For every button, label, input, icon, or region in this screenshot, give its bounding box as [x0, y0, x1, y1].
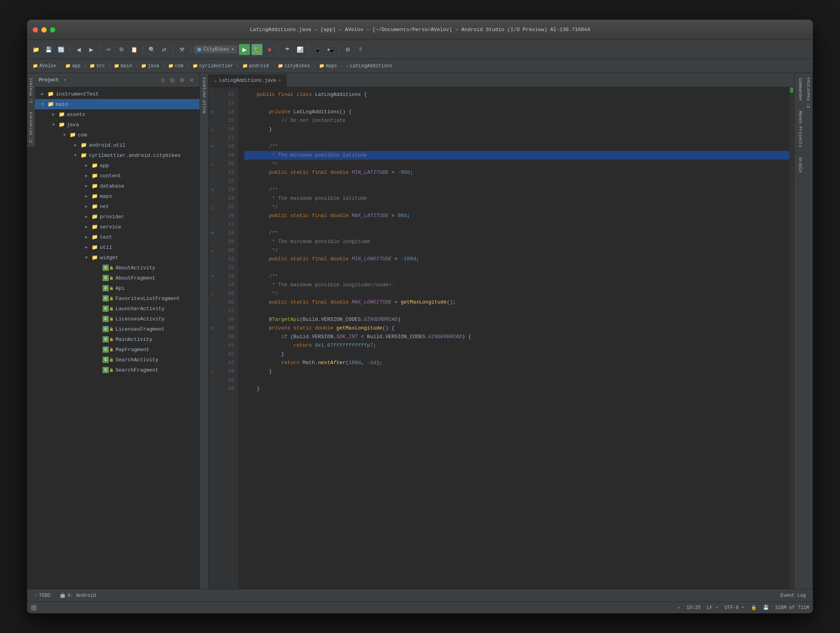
tree-item-android-util[interactable]: ▶ 📁 android.util: [35, 140, 200, 150]
gradle-tab[interactable]: Gradle: [794, 153, 804, 178]
breadcrumb-latlngadditions[interactable]: ☕ LatLngAdditions: [345, 63, 394, 70]
gutter-20[interactable]: △: [209, 160, 216, 168]
panel-hide-btn[interactable]: ✕: [188, 76, 196, 84]
panel-target-btn[interactable]: ⊙: [159, 76, 167, 84]
cut-button[interactable]: ✂: [103, 44, 114, 55]
gutter-33[interactable]: ▽: [209, 272, 216, 281]
tree-item-searchfragment[interactable]: C 🔒 SearchFragment: [35, 365, 200, 375]
breadcrumb-citybikes[interactable]: 📁 citybikes: [276, 63, 312, 70]
tree-item-net[interactable]: ▶ 📁 net: [35, 201, 200, 212]
tree-item-instrumenttest[interactable]: ▶ 📁 instrumentTest: [35, 89, 200, 99]
copy-button[interactable]: ⧉: [116, 44, 127, 55]
tree-item-java[interactable]: ▼ 📁 java: [35, 120, 200, 130]
gutter-14[interactable]: ▽: [209, 108, 216, 116]
event-log-tab[interactable]: Event Log: [776, 591, 810, 601]
code-line-41: return 0x1.67fffffffffffp7;: [244, 341, 789, 350]
editor-tab-latlngadditions[interactable]: ☕ LatLngAdditions.java ×: [209, 74, 287, 87]
breadcrumb-maps[interactable]: 📁 maps: [317, 63, 339, 70]
tree-item-com[interactable]: ▼ 📁 com: [35, 130, 200, 140]
save-button[interactable]: 💾: [43, 44, 54, 55]
editor-scrollbar[interactable]: [789, 87, 794, 589]
gutter-18[interactable]: ▽: [209, 142, 216, 151]
tree-item-provider[interactable]: ▶ 📁 provider: [35, 212, 200, 222]
tree-item-mapfragment[interactable]: C 🔒 MapFragment: [35, 344, 200, 355]
breadcrumb-src[interactable]: 📁 src: [88, 63, 106, 70]
breadcrumb-app[interactable]: 📁 app: [64, 63, 82, 70]
tab-close-button[interactable]: ×: [278, 78, 281, 83]
tree-item-licensesfragment[interactable]: C 🔒 LicensesFragment: [35, 324, 200, 334]
maven-projects-tab[interactable]: Maven Projects: [794, 106, 804, 152]
find-button[interactable]: 🔍: [146, 44, 157, 55]
stop-button[interactable]: ■: [264, 44, 275, 55]
coverage-button[interactable]: ☂: [282, 44, 293, 55]
code-area: ▽ △ ▽ △ ▽ △ ▽ △: [209, 87, 794, 589]
panel-dropdown[interactable]: ▾: [63, 77, 66, 83]
breadcrumb-com[interactable]: 📁 com: [167, 63, 185, 70]
breadcrumb-main[interactable]: 📁 main: [112, 63, 134, 70]
code-line-43: return Math.nextAfter(180d, -1d);: [244, 359, 789, 367]
tree-item-favoriteslistfragment[interactable]: C 🔒 FavoritesListFragment: [35, 293, 200, 304]
tree-item-api[interactable]: C 🔒 Api: [35, 283, 200, 293]
commander-tab[interactable]: Commander: [794, 73, 804, 106]
gutter-23[interactable]: ▽: [209, 186, 216, 194]
gutter-30[interactable]: △: [209, 246, 216, 255]
tree-item-aboutactivity[interactable]: C 🔒 AboutActivity: [35, 263, 200, 273]
project-tab[interactable]: 1: Project: [27, 73, 35, 107]
gutter-39[interactable]: ▽: [209, 324, 216, 333]
gutter-44[interactable]: △: [209, 367, 216, 376]
tree-item-util[interactable]: ▶ 📁 util: [35, 242, 200, 252]
maximize-button[interactable]: [50, 27, 55, 33]
gutter-28[interactable]: ▽: [209, 229, 216, 237]
tree-item-aboutfragment[interactable]: C 🔒 AboutFragment: [35, 273, 200, 283]
tree-item-launcheractivity[interactable]: C 🔒 LauncherActivity: [35, 304, 200, 314]
tree-item-licensesactivity[interactable]: C 🔒 LicensesActivity: [35, 314, 200, 324]
tree-item-content[interactable]: ▶ 📁 content: [35, 171, 200, 181]
android-tab[interactable]: 🤖 6: Android: [56, 591, 100, 601]
folder-icon: 📁: [92, 203, 98, 210]
run-config-selector[interactable]: CityBikes ▾: [194, 45, 237, 53]
settings-button[interactable]: ⚙: [342, 44, 353, 55]
breadcrumb-cyrilmottier[interactable]: 📁 cyrilmottier: [191, 63, 235, 70]
breadcrumb-java[interactable]: 📁 java: [139, 63, 161, 70]
gutter-45: [209, 376, 216, 385]
gutter-35[interactable]: △: [209, 289, 216, 298]
back-button[interactable]: ◀: [73, 44, 84, 55]
breadcrumb-android[interactable]: 📁 android: [241, 63, 270, 70]
todo-tab[interactable]: ✓ TODO: [30, 591, 54, 601]
debug-button[interactable]: 🐛: [251, 44, 262, 55]
tree-item-maps-pkg[interactable]: ▶ 📁 maps: [35, 191, 200, 201]
tree-item-database[interactable]: ▶ 📁 database: [35, 181, 200, 191]
breadcrumb-avelov[interactable]: 📁 AVelov: [31, 63, 58, 70]
avd-manager-button[interactable]: 📲: [325, 44, 336, 55]
tree-item-mainactivity[interactable]: C 🔒 MainActivity: [35, 334, 200, 344]
tree-item-cyrilmottier[interactable]: ▼ 📁 cyrilmottier.android.citybikes: [35, 150, 200, 160]
tree-item-service[interactable]: ▶ 📁 service: [35, 222, 200, 232]
code-editor[interactable]: public final class LatLngAdditions { pri…: [238, 87, 789, 589]
tree-label: net: [100, 204, 109, 210]
gutter-16[interactable]: △: [209, 125, 216, 134]
tree-item-searchactivity[interactable]: C 🔒 SearchActivity: [35, 355, 200, 365]
tree-item-app-pkg[interactable]: ▶ 📁 app: [35, 160, 200, 171]
panel-collapse-btn[interactable]: ⊟: [169, 76, 176, 84]
gutter-25[interactable]: △: [209, 203, 216, 212]
build-variants-tab[interactable]: Build Variants: [200, 73, 208, 117]
structure-tab[interactable]: Z: Structure: [27, 107, 35, 147]
panel-settings-btn[interactable]: ⚙: [178, 76, 186, 84]
favorites-tab[interactable]: 2: Favorites: [805, 73, 812, 112]
open-folder-button[interactable]: 📁: [30, 44, 41, 55]
paste-button[interactable]: 📋: [128, 44, 139, 55]
close-button[interactable]: [33, 27, 38, 33]
tree-item-text[interactable]: ▶ 📁 text: [35, 232, 200, 242]
profiler-button[interactable]: 📊: [294, 44, 305, 55]
tree-item-assets[interactable]: ▶ 📁 assets: [35, 109, 200, 120]
tree-item-main[interactable]: ▼ 📁 main: [35, 99, 200, 109]
help-button[interactable]: ?: [355, 44, 366, 55]
sdk-manager-button[interactable]: 📱: [312, 44, 323, 55]
tree-item-widget[interactable]: ▼ 📁 widget: [35, 252, 200, 263]
build-button[interactable]: ⚒: [176, 44, 187, 55]
minimize-button[interactable]: [41, 27, 47, 33]
replace-button[interactable]: ⇄: [159, 44, 170, 55]
forward-button[interactable]: ▶: [86, 44, 97, 55]
run-button[interactable]: ▶: [239, 44, 250, 55]
sync-button[interactable]: 🔄: [55, 44, 66, 55]
